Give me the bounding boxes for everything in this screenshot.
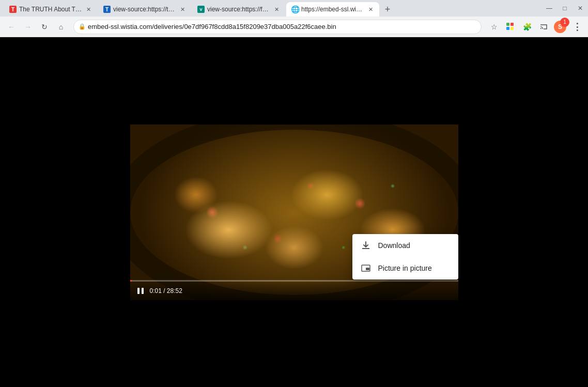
tab-1-close[interactable]: ✕ <box>85 6 92 13</box>
tab-4[interactable]: 🌐 https://embed-ssl.wistia.c… ✕ <box>286 2 379 17</box>
tab-2-favicon: T <box>103 6 111 13</box>
tab-2-close[interactable]: ✕ <box>179 6 186 13</box>
address-bar[interactable]: 🔒 embed-ssl.wistia.com/deliveries/0e7df9… <box>73 20 482 34</box>
home-button[interactable]: ⌂ <box>54 20 68 34</box>
new-tab-button[interactable]: + <box>380 2 395 17</box>
video-frame: 0:01 / 28:52 Download <box>130 125 458 300</box>
profile-button[interactable]: S 1 <box>553 20 567 34</box>
profile-badge: 1 <box>560 18 569 27</box>
page-content: 0:01 / 28:52 Download <box>0 37 588 387</box>
tab-3-favicon: v <box>197 6 205 13</box>
tab-3-label: view-source:https://fast.wistia… <box>207 6 270 13</box>
svg-rect-3 <box>510 27 514 30</box>
pip-menu-item[interactable]: Picture in picture <box>352 257 458 280</box>
svg-rect-7 <box>366 268 369 270</box>
back-button[interactable]: ← <box>4 20 19 34</box>
tab-3[interactable]: v view-source:https://fast.wistia… ✕ <box>192 2 285 17</box>
tab-2[interactable]: T view-source:https://truth-abou… ✕ <box>98 2 191 17</box>
tab-2-label: view-source:https://truth-abou… <box>113 6 176 13</box>
nav-bar: ← → ↻ ⌂ 🔒 embed-ssl.wistia.com/deliverie… <box>0 17 588 37</box>
context-menu: Download Picture in picture <box>352 234 458 280</box>
nav-icons-right: ☆ 🧩 S 1 ⋮ <box>487 20 584 34</box>
svg-rect-1 <box>510 23 514 26</box>
address-text: embed-ssl.wistia.com/deliveries/0e7df967… <box>88 23 476 30</box>
bookmark-button[interactable]: ☆ <box>487 20 501 34</box>
pip-icon <box>361 263 371 273</box>
svg-rect-0 <box>506 23 509 26</box>
tab-4-close[interactable]: ✕ <box>367 6 374 13</box>
pip-label: Picture in picture <box>378 264 432 272</box>
extensions-button[interactable] <box>503 20 518 34</box>
svg-rect-5 <box>142 288 144 294</box>
download-menu-item[interactable]: Download <box>352 234 458 257</box>
svg-rect-4 <box>137 288 140 294</box>
time-display: 0:01 / 28:52 <box>150 287 182 295</box>
tab-3-close[interactable]: ✕ <box>273 6 280 13</box>
download-label: Download <box>378 241 410 250</box>
video-container[interactable]: 0:01 / 28:52 Download <box>130 125 458 300</box>
minimize-button[interactable]: — <box>546 5 553 12</box>
tab-4-label: https://embed-ssl.wistia.c… <box>301 6 364 13</box>
maximize-button[interactable]: □ <box>561 5 568 12</box>
forward-button[interactable]: → <box>21 20 35 34</box>
close-button[interactable]: ✕ <box>577 5 584 12</box>
cast-button[interactable] <box>536 20 551 34</box>
pause-button[interactable] <box>135 286 146 296</box>
svg-rect-2 <box>506 27 509 30</box>
video-controls: 0:01 / 28:52 <box>130 282 458 300</box>
extensions-puzzle-button[interactable]: 🧩 <box>520 20 534 34</box>
download-icon <box>361 240 371 251</box>
title-bar: T The TRUTH About The Ke… ✕ T view-sourc… <box>0 0 588 17</box>
reload-button[interactable]: ↻ <box>37 20 52 34</box>
tab-1[interactable]: T The TRUTH About The Ke… ✕ <box>4 2 97 17</box>
tab-list: T The TRUTH About The Ke… ✕ T view-sourc… <box>4 0 541 17</box>
window-controls: — □ ✕ <box>546 5 584 12</box>
tab-1-favicon: T <box>9 6 17 13</box>
menu-button[interactable]: ⋮ <box>569 20 584 34</box>
lock-icon: 🔒 <box>79 23 85 30</box>
tab-4-favicon: 🌐 <box>291 6 299 13</box>
tab-1-label: The TRUTH About The Ke… <box>19 6 82 13</box>
